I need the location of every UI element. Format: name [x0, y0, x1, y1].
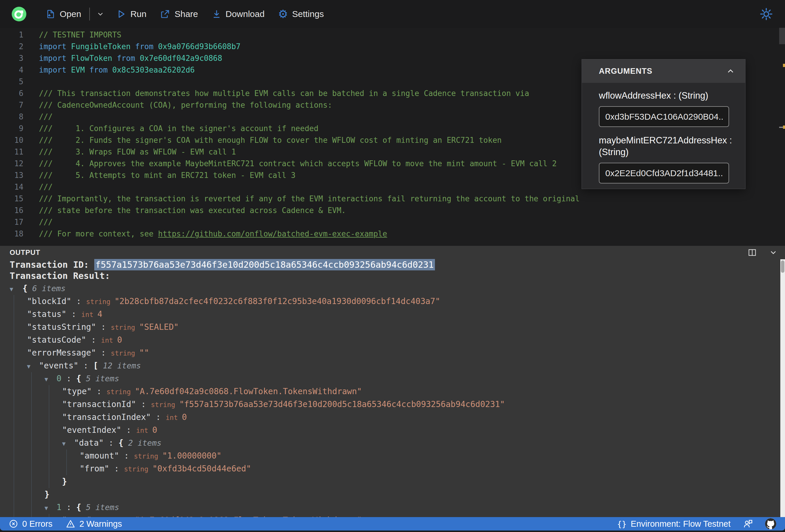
tree-items: 6 items	[27, 284, 66, 293]
share-button[interactable]: Share	[160, 9, 198, 19]
tree-pl: :	[119, 451, 134, 461]
output-scrollbar-thumb[interactable]	[781, 260, 784, 273]
indent-guide	[31, 372, 45, 385]
tree-row: "errorMessage" : string ""	[0, 347, 785, 359]
indent-guide	[49, 514, 62, 517]
environment-status[interactable]: {} Environment: Flow Testnet	[617, 519, 731, 529]
errors-status[interactable]: 0 Errors	[9, 519, 52, 529]
share-icon	[160, 9, 170, 19]
editor-scrollbar[interactable]	[779, 28, 785, 246]
line-number: 9	[0, 123, 23, 134]
line-number: 5	[0, 76, 23, 87]
output-scrollbar[interactable]	[780, 259, 785, 517]
code-token: /// 1. Configures a COA in the signer's …	[39, 124, 319, 133]
indent-guide	[49, 424, 62, 437]
tree-str: "A.7e60df042a9c0868.FlowToken.TokensWith…	[135, 386, 362, 396]
tree-ty: string	[106, 388, 135, 396]
tree-row: ▼1 : { 5 items	[0, 501, 785, 514]
arguments-panel: ARGUMENTS wflowAddressHex : (String) may…	[582, 59, 745, 189]
environment-label: Environment: Flow Testnet	[631, 519, 731, 529]
indent-guide	[31, 475, 49, 488]
code-line: 2import FungibleToken from 0x9a0766d93b6…	[0, 41, 785, 52]
tree-key: "from"	[80, 464, 109, 474]
download-button[interactable]: Download	[211, 9, 264, 19]
code-line: 1// TESTNET IMPORTS	[0, 29, 785, 41]
tree-collapse-arrow[interactable]: ▼	[62, 437, 74, 450]
editor-scrollbar-thumb[interactable]	[779, 28, 785, 44]
code-link[interactable]: https://github.com/onflow/batched-evm-ex…	[158, 229, 387, 238]
tree-key: "data"	[74, 438, 104, 448]
indent-guide	[31, 424, 49, 437]
tree-ty: string	[151, 401, 179, 408]
indent-guide	[14, 295, 27, 308]
tree-key: "status"	[27, 309, 67, 319]
code-token: EVM	[71, 66, 90, 74]
tree-str: "0xfd3b4cd50d44e6ed"	[152, 464, 251, 474]
wflow-address-input[interactable]	[599, 106, 729, 127]
tree-collapse-arrow[interactable]: ▼	[45, 502, 56, 514]
tree-str: 0	[117, 335, 122, 345]
run-button[interactable]: Run	[116, 9, 146, 19]
github-link[interactable]	[765, 518, 776, 529]
tree-ty: string	[111, 349, 139, 357]
code-editor[interactable]: 1// TESTNET IMPORTS2import FungibleToken…	[0, 28, 785, 246]
tree-items: 12 items	[98, 361, 141, 370]
tree-row: "type" : string "A.7e60df042a9c0868.Flow…	[0, 514, 785, 517]
open-file-icon	[46, 9, 56, 19]
indent-guide	[14, 372, 31, 385]
open-menu-chevron[interactable]	[96, 10, 104, 18]
flow-logo[interactable]	[12, 7, 26, 21]
code-line: 18/// For more context, see https://gith…	[0, 228, 785, 240]
output-tree: ▼{ 6 items"blockId" : string "2b28cbfb87…	[0, 282, 785, 517]
output-header: OUTPUT	[0, 246, 785, 259]
arguments-body: wflowAddressHex : (String) maybeMintERC7…	[582, 83, 745, 191]
github-octocat-icon	[765, 518, 776, 529]
tree-collapse-arrow[interactable]: ▼	[10, 283, 23, 296]
indent-guide	[14, 462, 31, 475]
collapse-arguments-button[interactable]	[726, 67, 735, 76]
indent-guide	[49, 385, 62, 398]
tree-collapse-arrow[interactable]: ▼	[45, 373, 56, 386]
tree-str: "f557a1573b76aa53e73d46f3e10d200d5c18a65…	[179, 400, 505, 409]
tree-row: ▼"events" : [ 12 items	[0, 359, 785, 372]
download-icon	[211, 9, 222, 19]
tree-brace: }	[62, 477, 67, 486]
tree-str: "1.00000000"	[162, 451, 221, 461]
code-token: import	[39, 66, 71, 74]
tree-pl: :	[61, 503, 76, 512]
line-number: 4	[0, 64, 23, 76]
indent-guide	[49, 475, 62, 488]
toolbar-right	[759, 7, 773, 21]
arguments-header[interactable]: ARGUMENTS	[582, 59, 745, 83]
status-bar: 0 Errors 2 Warnings {} Environment: Flow…	[0, 517, 785, 531]
transaction-id-label: Transaction ID:	[10, 259, 94, 270]
tree-pl: :	[96, 322, 111, 332]
tree-row: "from" : string "0xfd3b4cd50d44e6ed"	[0, 462, 785, 475]
theme-toggle-button[interactable]	[759, 7, 773, 21]
tree-key: "errorMessage"	[27, 348, 96, 358]
line-number: 11	[0, 146, 23, 158]
tree-brace: [	[93, 361, 98, 371]
maybe-mint-erc721-address-input[interactable]	[599, 163, 729, 183]
indent-guide	[67, 450, 80, 462]
code-token: /// CadenceOwnedAccount (COA), performin…	[39, 101, 332, 109]
collapse-output-chevron-icon[interactable]	[768, 248, 778, 257]
open-button[interactable]: Open	[46, 9, 81, 19]
indent-guide	[14, 475, 31, 488]
indent-guide	[49, 462, 67, 475]
line-number: 15	[0, 193, 23, 205]
line-number: 14	[0, 181, 23, 193]
warnings-status[interactable]: 2 Warnings	[66, 519, 122, 529]
tree-collapse-arrow[interactable]: ▼	[27, 360, 39, 373]
indent-guide	[14, 347, 27, 359]
line-number: 6	[0, 87, 23, 99]
indent-guide	[14, 514, 31, 517]
feedback-button[interactable]	[743, 518, 753, 529]
split-view-icon[interactable]	[748, 248, 757, 257]
tree-key: "statusCode"	[27, 335, 86, 345]
tree-row: "transactionId" : string "f557a1573b76aa…	[0, 398, 785, 411]
settings-button[interactable]: ⚙ Settings	[278, 8, 324, 20]
tree-key: "statusString"	[27, 322, 96, 332]
argument-label: wflowAddressHex : (String)	[599, 90, 728, 102]
code-token: ///	[39, 183, 53, 192]
